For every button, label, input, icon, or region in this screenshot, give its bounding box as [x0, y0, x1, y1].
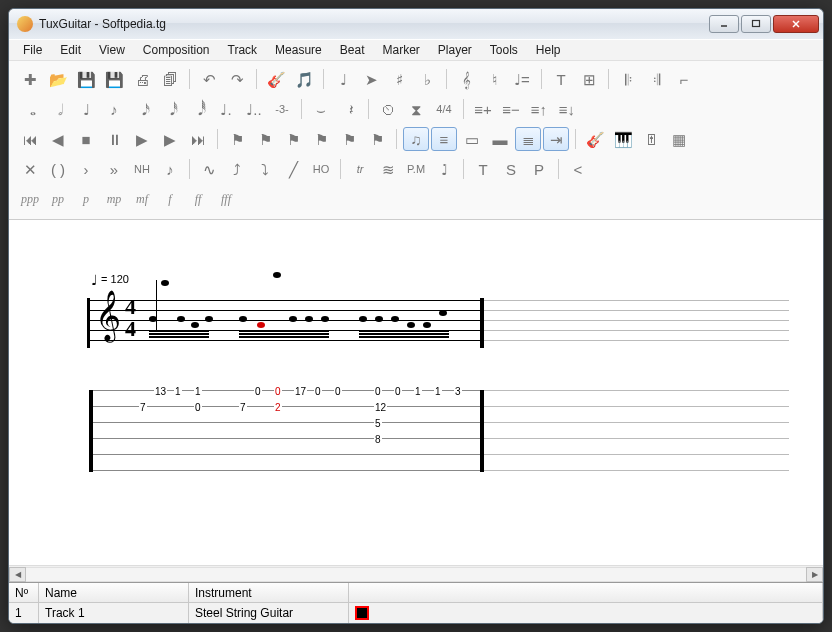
save-as-icon[interactable]: 💾: [101, 67, 127, 91]
tab-fret-number[interactable]: 7: [139, 402, 147, 413]
score-viewport[interactable]: ♩ = 120 𝄞 4 4: [9, 220, 823, 565]
first-icon[interactable]: ⏮: [17, 127, 43, 151]
print-icon[interactable]: 🖨: [129, 67, 155, 91]
tab-fret-number[interactable]: 2: [274, 402, 282, 413]
sixteenth-note-icon[interactable]: 𝅘𝅥𝅯: [129, 97, 155, 121]
scroll-right-icon[interactable]: ▶: [806, 567, 823, 582]
eighth-note-icon[interactable]: ♪: [101, 97, 127, 121]
note-icon[interactable]: ♩: [330, 67, 356, 91]
col-header-instrument[interactable]: Instrument: [189, 583, 349, 602]
add-track-icon[interactable]: ≡+: [470, 97, 496, 121]
heavy-accent-icon[interactable]: »: [101, 157, 127, 181]
menu-player[interactable]: Player: [430, 41, 480, 59]
track-row[interactable]: 1 Track 1 Steel String Guitar: [9, 603, 823, 623]
show-score-icon[interactable]: ♫: [403, 127, 429, 151]
tab-fret-number[interactable]: 5: [374, 418, 382, 429]
grace-note-icon[interactable]: ♪: [157, 157, 183, 181]
prev-icon[interactable]: ◀: [45, 127, 71, 151]
chord-icon[interactable]: ⊞: [576, 67, 602, 91]
sixtyfourth-note-icon[interactable]: 𝅘𝅥𝅱: [185, 97, 211, 121]
tempo-icon[interactable]: ♩=: [509, 67, 535, 91]
tab-fret-number[interactable]: 1: [434, 386, 442, 397]
menu-marker[interactable]: Marker: [374, 41, 427, 59]
marker-first-icon[interactable]: ⚑: [280, 127, 306, 151]
tab-fret-number[interactable]: 0: [254, 386, 262, 397]
tab-fret-number[interactable]: 1: [194, 386, 202, 397]
staccato-icon[interactable]: ♩̇: [431, 157, 457, 181]
menu-tools[interactable]: Tools: [482, 41, 526, 59]
marker-list-icon[interactable]: ⚑: [252, 127, 278, 151]
double-dotted-icon[interactable]: ♩..: [241, 97, 267, 121]
dead-note-icon[interactable]: ✕: [17, 157, 43, 181]
dotted-icon[interactable]: ♩.: [213, 97, 239, 121]
col-header-name[interactable]: Name: [39, 583, 189, 602]
save-icon[interactable]: 💾: [73, 67, 99, 91]
layout-multitrack-icon[interactable]: ≣: [515, 127, 541, 151]
track-first-icon[interactable]: ≡↑: [526, 97, 552, 121]
tab-fret-number[interactable]: 0: [194, 402, 202, 413]
dynamic-p[interactable]: p: [73, 187, 99, 211]
piano-icon[interactable]: 🎹: [610, 127, 636, 151]
menu-file[interactable]: File: [15, 41, 50, 59]
pause-icon[interactable]: ⏸: [101, 127, 127, 151]
vibrato-icon[interactable]: ∿: [196, 157, 222, 181]
tremolo-bar-icon[interactable]: ⤵: [252, 157, 278, 181]
hammer-icon[interactable]: HO: [308, 157, 334, 181]
dynamic-mp[interactable]: mp: [101, 187, 127, 211]
count-icon[interactable]: ⧗: [403, 97, 429, 121]
tab-fret-number[interactable]: 0: [334, 386, 342, 397]
menu-beat[interactable]: Beat: [332, 41, 373, 59]
tab-fret-number[interactable]: 1: [414, 386, 422, 397]
harmonic-icon[interactable]: NH: [129, 157, 155, 181]
half-note-icon[interactable]: 𝅗𝅥: [45, 97, 71, 121]
menu-edit[interactable]: Edit: [52, 41, 89, 59]
flat-icon[interactable]: ♭: [414, 67, 440, 91]
tab-fret-number[interactable]: 1: [174, 386, 182, 397]
dynamic-pp[interactable]: pp: [45, 187, 71, 211]
layout-linear-icon[interactable]: ▬: [487, 127, 513, 151]
track-row-timeline[interactable]: [349, 603, 823, 623]
horizontal-scrollbar[interactable]: ◀ ▶: [9, 565, 823, 582]
tab-fret-number[interactable]: 13: [154, 386, 167, 397]
tremolo-picking-icon[interactable]: ≋: [375, 157, 401, 181]
text-icon[interactable]: T: [548, 67, 574, 91]
tie-icon[interactable]: ⌣: [308, 97, 334, 121]
repeat-open-icon[interactable]: 𝄆: [615, 67, 641, 91]
repeat-close-icon[interactable]: 𝄇: [643, 67, 669, 91]
voice-2-icon[interactable]: 🎵: [291, 67, 317, 91]
tab-fret-number[interactable]: 3: [454, 386, 462, 397]
menu-composition[interactable]: Composition: [135, 41, 218, 59]
next-icon[interactable]: ▶: [157, 127, 183, 151]
remove-track-icon[interactable]: ≡−: [498, 97, 524, 121]
slapping-icon[interactable]: S: [498, 157, 524, 181]
key-icon[interactable]: ♮: [481, 67, 507, 91]
tab-fret-number[interactable]: 0: [274, 386, 282, 397]
palm-mute-icon[interactable]: P.M: [403, 157, 429, 181]
rest-icon[interactable]: 𝄽: [336, 97, 362, 121]
metronome-icon[interactable]: ⏲: [375, 97, 401, 121]
scroll-left-icon[interactable]: ◀: [9, 567, 26, 582]
new-icon[interactable]: ✚: [17, 67, 43, 91]
tab-fret-number[interactable]: 8: [374, 434, 382, 445]
tuplet-icon[interactable]: -3-: [269, 97, 295, 121]
popping-icon[interactable]: P: [526, 157, 552, 181]
track-color-swatch[interactable]: [355, 606, 369, 620]
minimize-button[interactable]: [709, 15, 739, 33]
menu-measure[interactable]: Measure: [267, 41, 330, 59]
timesig-icon[interactable]: 4/4: [431, 97, 457, 121]
last-icon[interactable]: ⏭: [185, 127, 211, 151]
tab-fret-number[interactable]: 7: [239, 402, 247, 413]
cursor-icon[interactable]: ➤: [358, 67, 384, 91]
whole-note-icon[interactable]: 𝅝: [17, 97, 43, 121]
slide-icon[interactable]: ╱: [280, 157, 306, 181]
marker-add-icon[interactable]: ⚑: [224, 127, 250, 151]
menu-track[interactable]: Track: [220, 41, 266, 59]
close-button[interactable]: [773, 15, 819, 33]
mixer-icon[interactable]: 🎚: [638, 127, 664, 151]
stop-icon[interactable]: ■: [73, 127, 99, 151]
undo-icon[interactable]: ↶: [196, 67, 222, 91]
accent-icon[interactable]: ›: [73, 157, 99, 181]
tab-fret-number[interactable]: 17: [294, 386, 307, 397]
scroll-track[interactable]: [26, 567, 806, 582]
dynamic-ff[interactable]: ff: [185, 187, 211, 211]
